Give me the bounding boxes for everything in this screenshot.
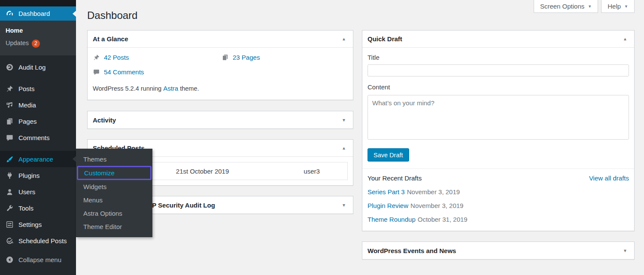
flyout-item-widgets[interactable]: Widgets bbox=[76, 180, 152, 193]
sidebar-item-label: Appearance bbox=[18, 156, 53, 163]
updates-count-badge: 2 bbox=[32, 40, 40, 48]
chevron-down-icon[interactable]: ▼ bbox=[621, 248, 629, 253]
comment-icon bbox=[6, 134, 14, 142]
clock-check-icon bbox=[6, 237, 14, 245]
save-draft-button[interactable]: Save Draft bbox=[368, 148, 409, 162]
sidebar-item-users[interactable]: Users bbox=[0, 183, 76, 200]
draft-title-link[interactable]: Plugin Review bbox=[368, 202, 408, 209]
chevron-up-icon[interactable]: ▲ bbox=[340, 146, 348, 150]
activity-panel: Activity ▼ bbox=[87, 111, 353, 129]
user-icon bbox=[6, 188, 14, 196]
chevron-down-icon[interactable]: ▼ bbox=[340, 118, 348, 122]
content-label: Content bbox=[368, 83, 629, 91]
menu-separator bbox=[0, 55, 76, 59]
chevron-up-icon[interactable]: ▲ bbox=[340, 37, 348, 41]
draft-title-link[interactable]: Series Part 3 bbox=[368, 188, 405, 196]
panel-title: Quick Draft bbox=[368, 35, 402, 43]
sliders-icon bbox=[6, 220, 14, 229]
submenu-item-updates[interactable]: Updates2 bbox=[0, 37, 76, 51]
quick-draft-panel: Quick Draft ▲ Title Content Save Draft Y… bbox=[362, 30, 635, 231]
flyout-item-customize[interactable]: Customize bbox=[77, 166, 152, 180]
sidebar-item-audit-log[interactable]: Audit Log bbox=[0, 59, 76, 75]
paintbrush-icon bbox=[6, 155, 14, 163]
flyout-arrow bbox=[73, 156, 76, 162]
pushpin-icon bbox=[6, 85, 14, 93]
sidebar-item-label: Users bbox=[18, 188, 35, 196]
theme-link[interactable]: Astra bbox=[163, 85, 178, 92]
pages-icon bbox=[222, 54, 229, 61]
draft-content-textarea[interactable] bbox=[368, 95, 629, 140]
sidebar-item-label: Comments bbox=[18, 134, 50, 141]
admin-bar-strip bbox=[0, 0, 76, 6]
draft-item: Plugin ReviewNovember 3, 2019 bbox=[368, 202, 629, 209]
plug-icon bbox=[6, 171, 14, 180]
pages-count-link[interactable]: 23 Pages bbox=[233, 54, 260, 61]
collapse-arrow-icon bbox=[6, 256, 14, 264]
recent-drafts-heading: Your Recent Drafts bbox=[368, 174, 422, 182]
draft-title-input[interactable] bbox=[368, 64, 629, 76]
comments-stat: 54 Comments bbox=[93, 68, 222, 76]
sidebar-item-label: Settings bbox=[18, 221, 42, 228]
chevron-up-icon[interactable]: ▲ bbox=[621, 37, 629, 41]
wordpress-version-text: WordPress 5.2.4 running Astra theme. bbox=[93, 85, 348, 92]
sidebar-item-plugins[interactable]: Plugins bbox=[0, 167, 76, 183]
draft-item: Theme RoundupOctober 31, 2019 bbox=[368, 216, 629, 223]
comments-count-link[interactable]: 54 Comments bbox=[104, 68, 144, 76]
panel-title: At a Glance bbox=[93, 35, 128, 43]
quick-draft-body: Title Content Save Draft bbox=[362, 48, 634, 168]
sidebar-item-scheduled-posts[interactable]: Scheduled Posts bbox=[0, 232, 76, 249]
draft-title-link[interactable]: Theme Roundup bbox=[368, 216, 416, 223]
sidebar-item-collapse-menu[interactable]: Collapse menu bbox=[0, 252, 76, 267]
dashboard-submenu: Home Updates2 bbox=[0, 21, 76, 55]
help-tab[interactable]: Help ▼ bbox=[601, 0, 635, 13]
audit-log-icon bbox=[6, 63, 14, 71]
pushpin-icon bbox=[93, 54, 100, 61]
posts-count-link[interactable]: 42 Posts bbox=[104, 54, 129, 61]
panel-title: WP Security Audit Log bbox=[146, 202, 215, 209]
draft-date: November 3, 2019 bbox=[407, 188, 460, 196]
draft-item: Series Part 3November 3, 2019 bbox=[368, 188, 629, 196]
title-label: Title bbox=[368, 54, 629, 61]
sidebar-item-settings[interactable]: Settings bbox=[0, 216, 76, 232]
sidebar-item-posts[interactable]: Posts bbox=[0, 80, 76, 97]
screen-options-tab[interactable]: Screen Options ▼ bbox=[534, 0, 598, 13]
chevron-down-icon[interactable]: ▼ bbox=[340, 203, 348, 208]
speedometer-icon bbox=[6, 9, 14, 18]
sidebar-item-label: Plugins bbox=[18, 172, 39, 179]
sidebar-item-tools[interactable]: Tools bbox=[0, 200, 76, 216]
scheduled-post-date: 21st October 2019 bbox=[176, 168, 229, 175]
panel-header: Quick Draft ▲ bbox=[362, 31, 634, 48]
flyout-item-themes[interactable]: Themes bbox=[76, 153, 152, 166]
sidebar-item-label: Pages bbox=[18, 118, 37, 125]
submenu-item-home[interactable]: Home bbox=[0, 24, 76, 37]
current-item-arrow bbox=[73, 11, 76, 17]
pages-stat: 23 Pages bbox=[222, 54, 348, 61]
panel-header: Activity ▼ bbox=[88, 111, 353, 128]
sidebar-item-label: Audit Log bbox=[18, 64, 46, 71]
chevron-down-icon: ▼ bbox=[624, 4, 628, 9]
panel-title: WordPress Events and News bbox=[368, 247, 456, 254]
at-a-glance-body: 42 Posts 23 Pages 54 Comments WordPress … bbox=[88, 48, 353, 100]
at-a-glance-stats: 42 Posts 23 Pages 54 Comments bbox=[93, 54, 348, 76]
sidebar-item-pages[interactable]: Pages bbox=[0, 113, 76, 129]
sidebar-item-dashboard[interactable]: Dashboard bbox=[0, 6, 76, 21]
sidebar-item-label: Media bbox=[18, 101, 36, 109]
panel-header: At a Glance ▲ bbox=[88, 31, 353, 48]
flyout-item-theme-editor[interactable]: Theme Editor bbox=[76, 220, 152, 233]
sidebar-item-media[interactable]: Media bbox=[0, 97, 76, 113]
sidebar-item-appearance[interactable]: Appearance bbox=[0, 151, 76, 167]
sidebar-item-comments[interactable]: Comments bbox=[0, 129, 76, 146]
screen-meta-links: Screen Options ▼ Help ▼ bbox=[534, 0, 635, 13]
scheduled-post-author: user3 bbox=[304, 168, 320, 175]
panel-header: WordPress Events and News ▼ bbox=[362, 242, 634, 259]
page-title: Dashboard bbox=[87, 9, 137, 21]
appearance-flyout-menu: Themes Customize Widgets Menus Astra Opt… bbox=[76, 149, 152, 237]
sidebar-item-label: Tools bbox=[18, 205, 33, 212]
media-icon bbox=[6, 101, 14, 109]
sidebar-item-label: Posts bbox=[18, 85, 35, 92]
flyout-item-menus[interactable]: Menus bbox=[76, 193, 152, 207]
flyout-item-astra-options[interactable]: Astra Options bbox=[76, 207, 152, 220]
recent-drafts-header: Your Recent Drafts View all drafts bbox=[368, 174, 629, 182]
view-all-drafts-link[interactable]: View all drafts bbox=[589, 174, 629, 182]
comment-icon bbox=[93, 68, 100, 76]
